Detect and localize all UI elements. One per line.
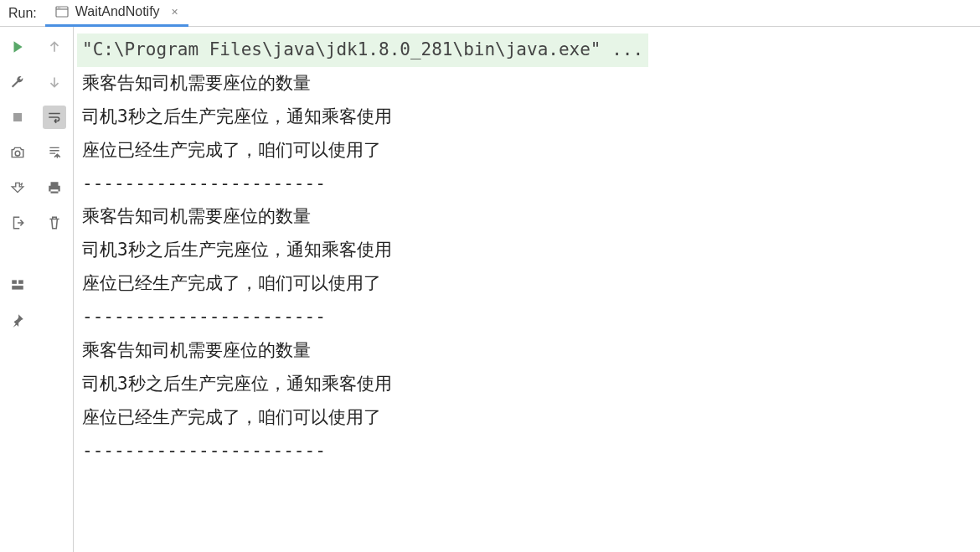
java-file-icon bbox=[55, 5, 69, 18]
wrench-icon[interactable] bbox=[6, 70, 29, 94]
top-bar: Run: WaitAndNotify × bbox=[0, 0, 980, 27]
output-line: 司机3秒之后生产完座位，通知乘客使用 bbox=[77, 234, 977, 267]
up-arrow-icon[interactable] bbox=[43, 35, 66, 59]
output-line: 乘客告知司机需要座位的数量 bbox=[77, 67, 977, 101]
svg-rect-8 bbox=[12, 286, 23, 290]
tab-label: WaitAndNotify bbox=[75, 4, 160, 19]
run-label: Run: bbox=[0, 6, 45, 21]
main-area: "C:\Program Files\java\jdk1.8.0_281\bin\… bbox=[0, 27, 980, 552]
run-button[interactable] bbox=[6, 35, 29, 59]
svg-rect-0 bbox=[56, 7, 68, 17]
camera-icon[interactable] bbox=[6, 141, 29, 164]
pin-icon[interactable] bbox=[6, 308, 29, 332]
output-line: 司机3秒之后生产完座位，通知乘客使用 bbox=[77, 101, 977, 134]
svg-point-5 bbox=[15, 151, 20, 156]
svg-rect-7 bbox=[18, 280, 23, 284]
output-line: 座位已经生产完成了，咱们可以使用了 bbox=[77, 134, 977, 168]
output-line: ----------------------- bbox=[77, 435, 977, 468]
print-icon[interactable] bbox=[43, 176, 66, 199]
svg-point-3 bbox=[59, 8, 60, 8]
scroll-to-end-icon[interactable] bbox=[43, 141, 66, 164]
output-line: 座位已经生产完成了，咱们可以使用了 bbox=[77, 267, 977, 301]
exit-icon[interactable] bbox=[6, 211, 29, 235]
toolbar-right bbox=[35, 27, 74, 552]
close-icon[interactable]: × bbox=[172, 5, 178, 18]
down-arrow-icon[interactable] bbox=[43, 70, 66, 94]
svg-rect-4 bbox=[13, 113, 22, 121]
output-line: 乘客告知司机需要座位的数量 bbox=[77, 334, 977, 368]
output-line: ----------------------- bbox=[77, 168, 977, 201]
dump-threads-icon[interactable] bbox=[6, 176, 29, 199]
output-line: 乘客告知司机需要座位的数量 bbox=[77, 200, 977, 234]
run-tab[interactable]: WaitAndNotify × bbox=[45, 0, 188, 27]
soft-wrap-icon[interactable] bbox=[43, 106, 66, 129]
stop-button[interactable] bbox=[6, 106, 29, 129]
trash-icon[interactable] bbox=[43, 211, 66, 235]
output-line: 司机3秒之后生产完座位，通知乘客使用 bbox=[77, 368, 977, 401]
output-line: ----------------------- bbox=[77, 301, 977, 334]
toolbar-left bbox=[0, 27, 35, 552]
layout-icon[interactable] bbox=[6, 273, 29, 297]
svg-point-2 bbox=[58, 8, 59, 8]
console-output[interactable]: "C:\Program Files\java\jdk1.8.0_281\bin\… bbox=[74, 27, 980, 552]
svg-rect-6 bbox=[12, 280, 17, 284]
output-line: 座位已经生产完成了，咱们可以使用了 bbox=[77, 401, 977, 435]
command-line: "C:\Program Files\java\jdk1.8.0_281\bin\… bbox=[77, 34, 648, 67]
